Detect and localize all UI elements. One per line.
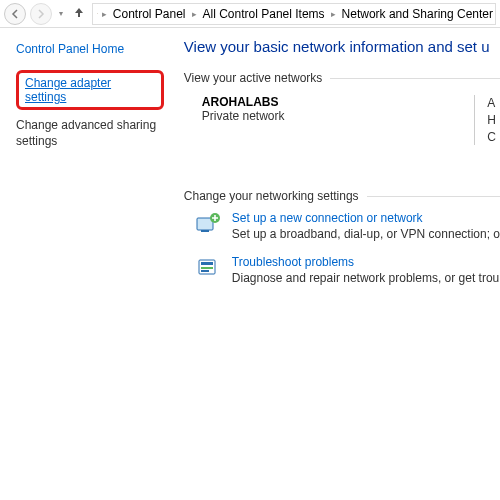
option-title: Set up a new connection or network bbox=[232, 211, 500, 225]
chevron-right-icon: ▸ bbox=[190, 9, 199, 19]
back-button[interactable] bbox=[4, 3, 26, 25]
setup-connection-option[interactable]: Set up a new connection or network Set u… bbox=[184, 203, 500, 247]
recent-dropdown-icon[interactable]: ▾ bbox=[56, 9, 66, 18]
divider bbox=[330, 78, 500, 79]
chevron-right-icon: ▸ bbox=[329, 9, 338, 19]
setup-connection-icon bbox=[194, 211, 222, 237]
page-title: View your basic network information and … bbox=[184, 38, 500, 55]
detail-line: C bbox=[487, 129, 496, 146]
change-sharing-settings-link[interactable]: Change advanced sharing settings bbox=[16, 118, 164, 149]
content-area: Control Panel Home Change adapter settin… bbox=[0, 28, 500, 500]
network-name: AROHALABS bbox=[202, 95, 285, 109]
option-desc: Set up a broadband, dial-up, or VPN conn… bbox=[232, 227, 500, 241]
sidebar: Control Panel Home Change adapter settin… bbox=[0, 28, 164, 500]
main-panel: View your basic network information and … bbox=[164, 28, 500, 500]
forward-button[interactable] bbox=[30, 3, 52, 25]
network-details: A H C bbox=[474, 95, 496, 145]
control-panel-icon bbox=[97, 6, 98, 22]
troubleshoot-option[interactable]: Troubleshoot problems Diagnose and repai… bbox=[184, 247, 500, 291]
highlight-annotation: Change adapter settings bbox=[16, 70, 164, 110]
divider bbox=[367, 196, 500, 197]
active-networks-label: View your active networks bbox=[184, 71, 500, 85]
svg-rect-10 bbox=[201, 270, 209, 272]
up-button[interactable] bbox=[70, 5, 88, 23]
breadcrumb-item[interactable]: Control Panel bbox=[111, 6, 188, 22]
chevron-right-icon: ▸ bbox=[100, 9, 109, 19]
section-text: Change your networking settings bbox=[184, 189, 359, 203]
network-type: Private network bbox=[202, 109, 285, 123]
address-toolbar: ▾ ▸ Control Panel ▸ All Control Panel It… bbox=[0, 0, 500, 28]
option-title: Troubleshoot problems bbox=[232, 255, 499, 269]
breadcrumb-item[interactable]: All Control Panel Items bbox=[201, 6, 327, 22]
address-bar[interactable]: ▸ Control Panel ▸ All Control Panel Item… bbox=[92, 3, 496, 25]
detail-line: H bbox=[487, 112, 496, 129]
change-adapter-settings-link[interactable]: Change adapter settings bbox=[25, 76, 111, 104]
troubleshoot-icon bbox=[194, 255, 222, 281]
change-settings-label: Change your networking settings bbox=[184, 189, 500, 203]
control-panel-home-link[interactable]: Control Panel Home bbox=[16, 42, 164, 56]
active-network-row: AROHALABS Private network A H C bbox=[184, 85, 500, 155]
svg-rect-5 bbox=[201, 230, 209, 232]
section-text: View your active networks bbox=[184, 71, 323, 85]
svg-rect-9 bbox=[201, 267, 213, 269]
detail-line: A bbox=[487, 95, 496, 112]
option-desc: Diagnose and repair network problems, or… bbox=[232, 271, 499, 285]
breadcrumb-item[interactable]: Network and Sharing Center bbox=[340, 6, 495, 22]
svg-rect-8 bbox=[201, 262, 213, 265]
